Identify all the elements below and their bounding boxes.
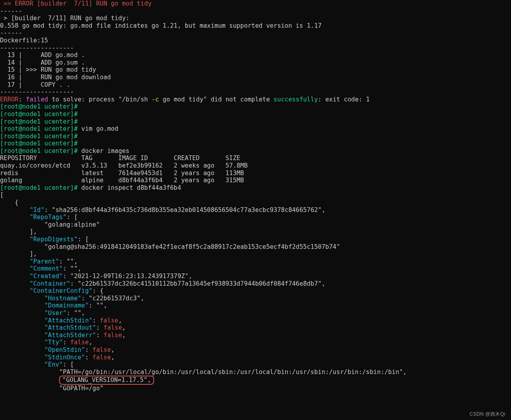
table-row: redis latest 7614ae9453d1 2 years ago 11… bbox=[0, 170, 244, 177]
table-row: quay.io/coreos/etcd v3.5.13 bef2e3b99162… bbox=[0, 162, 248, 169]
dockerfile-line: 14 | ADD go.sum . bbox=[0, 59, 85, 66]
json-bool: false bbox=[70, 339, 89, 346]
json-line: [ bbox=[0, 191, 4, 199]
log-line: 0.558 go mod tidy: go.mod file indicates… bbox=[0, 22, 322, 29]
json-key: "Tty" bbox=[44, 339, 63, 346]
divider: -------------------- bbox=[0, 44, 74, 52]
error-step-line: => ERROR [builder 7/11] RUN go mod tidy bbox=[0, 0, 152, 7]
json-key: "ContainerConfig" bbox=[30, 287, 93, 294]
shell-prompt: root@node1 ucenter bbox=[4, 118, 70, 125]
json-key: "Id" bbox=[30, 206, 44, 214]
cmd-vim: vim go.mod bbox=[81, 125, 118, 132]
json-key: "RepoTags" bbox=[30, 214, 67, 221]
shell-prompt: root@node1 ucenter bbox=[4, 147, 70, 155]
table-header: REPOSITORY TAG IMAGE ID CREATED SIZE bbox=[0, 155, 240, 162]
error-failed: failed bbox=[26, 96, 48, 103]
watermark: CSDN @西木Qi bbox=[469, 411, 505, 417]
json-string: "" bbox=[74, 309, 82, 317]
table-row: golang alpine d8bf44a3f6b4 2 years ago 3… bbox=[0, 177, 244, 184]
shell-prompt: root@node1 ucenter bbox=[4, 103, 70, 110]
dockerfile-line: 17 | COPY . . bbox=[0, 81, 70, 88]
error-label: ERROR bbox=[0, 96, 19, 103]
json-string: "c22b61537dc326bc41510112bb77a13645ef938… bbox=[78, 280, 322, 287]
json-key: "Domainname" bbox=[44, 302, 89, 309]
json-string: "c22b61537dc3" bbox=[89, 295, 141, 302]
divider: ------ bbox=[0, 29, 22, 36]
json-key: "AttachStderr" bbox=[44, 332, 96, 339]
shell-prompt: root@node1 ucenter bbox=[4, 140, 70, 147]
shell-prompt: root@node1 ucenter bbox=[4, 111, 70, 118]
cmd-docker-inspect: docker inspect d8bf44a3f6b4 bbox=[81, 184, 181, 191]
json-key: "RepoDigests" bbox=[30, 236, 78, 243]
json-bool: false bbox=[92, 346, 111, 353]
json-string: "" bbox=[96, 302, 104, 309]
json-line: ], bbox=[0, 250, 37, 258]
json-line: { bbox=[0, 199, 19, 206]
json-key: "Hostname" bbox=[44, 295, 81, 302]
terminal-output[interactable]: => ERROR [builder 7/11] RUN go mod tidy … bbox=[0, 0, 511, 392]
json-bool: false bbox=[100, 317, 118, 324]
shell-prompt: root@node1 ucenter bbox=[4, 184, 70, 191]
json-string: "2021-12-09T16:23:13.243917379Z" bbox=[70, 273, 189, 280]
dockerfile-ref: Dockerfile:15 bbox=[0, 37, 48, 44]
dockerfile-line: 13 | ADD go.mod . bbox=[0, 52, 85, 59]
json-key: "AttachStdin" bbox=[44, 317, 92, 324]
divider: -------------------- bbox=[0, 88, 74, 95]
json-string: "sha256:d8bf44a3f6b435c736d8b355ea32eb01… bbox=[52, 206, 322, 214]
json-key: "AttachStdout" bbox=[44, 324, 96, 331]
json-string: "" bbox=[67, 258, 74, 265]
json-string: "" bbox=[70, 265, 78, 272]
json-bool: false bbox=[103, 332, 122, 339]
log-line: > [builder 7/11] RUN go mod tidy: bbox=[0, 15, 130, 22]
json-bool: false bbox=[103, 324, 122, 331]
json-string: "GOPATH=/go" bbox=[59, 385, 103, 392]
json-key: "Env" bbox=[44, 361, 63, 368]
cmd-docker-images: docker images bbox=[81, 147, 129, 155]
highlight-golang-version: "GOLANG_VERSION=1.17.5", bbox=[59, 376, 154, 385]
dockerfile-line: 15 | >>> RUN go mod tidy bbox=[0, 66, 96, 73]
json-key: "OpenStdin" bbox=[44, 346, 85, 353]
json-string: "golang@sha256:4918412049183afe42f1ecaf8… bbox=[44, 243, 340, 250]
json-string: "PATH=/go/bin:/usr/local/go/bin:/usr/loc… bbox=[59, 368, 403, 376]
divider: ------ bbox=[0, 8, 22, 15]
json-key: "Container" bbox=[30, 280, 71, 287]
json-key: "User" bbox=[44, 309, 67, 317]
json-key: "Parent" bbox=[30, 258, 59, 265]
json-string: "golang:alpine" bbox=[44, 221, 100, 228]
json-key: "Created" bbox=[30, 273, 63, 280]
shell-prompt: root@node1 ucenter bbox=[4, 133, 70, 140]
json-key: "StdinOnce" bbox=[44, 354, 85, 361]
json-bool: false bbox=[92, 354, 111, 361]
dockerfile-line: 16 | RUN go mod download bbox=[0, 74, 111, 81]
json-key: "Comment" bbox=[30, 265, 63, 272]
json-line: ], bbox=[0, 228, 37, 235]
shell-prompt: root@node1 ucenter bbox=[4, 125, 70, 132]
